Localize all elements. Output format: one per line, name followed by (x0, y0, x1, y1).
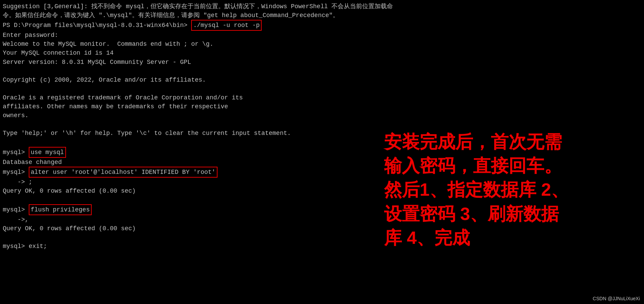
terminal-line-4: Enter password: (3, 31, 641, 40)
highlighted-cmd-2: use mysql (29, 147, 66, 158)
terminal-line-9: Oracle is a registered trademark of Orac… (3, 93, 641, 102)
terminal-line-7: Server version: 8.0.31 MySQL Community S… (3, 58, 641, 67)
terminal-line-8: Copyright (c) 2000, 2022, Oracle and/or … (3, 75, 641, 84)
cmd-exit: exit; (29, 243, 47, 250)
prompt-21: mysql> (3, 243, 29, 250)
csdn-watermark: CSDN @JJNuLiXueXi (593, 296, 640, 301)
terminal-line-2: 令。如果信任此命令，请改为键入 ".\mysql"。有关详细信息，请参阅 "ge… (3, 11, 641, 20)
empty-line-3 (3, 120, 641, 129)
highlighted-cmd-4: flush privileges (29, 204, 92, 215)
prompt-18: mysql> (3, 206, 29, 213)
terminal-line-3: PS D:\Program files\mysql\mysql-8.0.31-w… (3, 20, 641, 31)
empty-line-2 (3, 84, 641, 93)
terminal-line-10: affiliates. Other names may be trademark… (3, 102, 641, 111)
prompt-15: mysql> (3, 169, 29, 176)
terminal-line-11: owners. (3, 111, 641, 120)
annotation-panel: 安装完成后，首次无需输入密码，直接回车。然后1、指定数据库 2、设置密码 3、刷… (384, 130, 634, 250)
terminal-line-5: Welcome to the MySQL monitor. Commands e… (3, 40, 641, 49)
highlighted-cmd-3: alter user 'root'@'localhost' IDENTIFIED… (29, 167, 218, 178)
empty-line-1 (3, 67, 641, 75)
prompt-13: mysql> (3, 149, 29, 156)
prompt-3: PS D:\Program files\mysql\mysql-8.0.31-w… (3, 22, 191, 29)
terminal-line-1: Suggestion [3,General]: 找不到命令 mysql，但它确实… (3, 2, 641, 11)
highlighted-cmd-1: ./mysql -u root -p (191, 20, 262, 31)
terminal-line-6: Your MySQL connection id is 14 (3, 49, 641, 57)
